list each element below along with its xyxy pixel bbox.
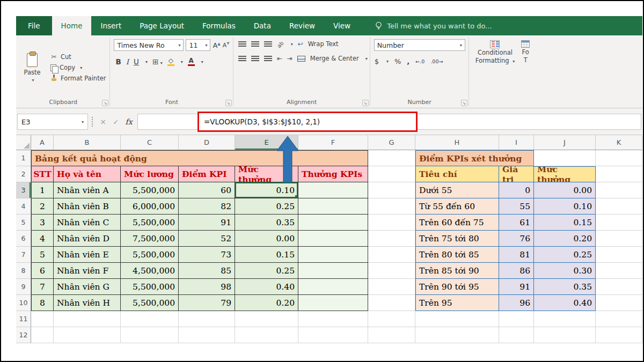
cell-C8[interactable]: 4,500,000 — [121, 263, 179, 279]
cell-G1[interactable] — [368, 150, 415, 166]
cell-K1[interactable] — [596, 150, 642, 166]
cell-K12[interactable] — [596, 327, 642, 343]
cell-I7[interactable]: 81 — [499, 247, 534, 263]
cell-E11[interactable] — [235, 311, 298, 327]
cell-I5[interactable]: 61 — [499, 215, 534, 231]
copy-button[interactable]: Copy▾ — [49, 63, 107, 72]
cell-A3[interactable]: 1 — [31, 182, 54, 198]
decrease-decimal-button[interactable]: .00→ — [430, 58, 443, 64]
underline-button[interactable]: U — [134, 57, 139, 66]
cell-E8[interactable]: 0.25 — [235, 263, 298, 279]
cell-G10[interactable] — [368, 295, 415, 311]
cell-A1-merged-title[interactable]: Bảng kết quả hoạt động — [31, 150, 368, 166]
cell-K8[interactable] — [596, 263, 642, 279]
row-header-2[interactable]: 2 — [16, 166, 31, 182]
cell-H10[interactable]: Trên 95 — [415, 295, 499, 311]
cell-C4[interactable]: 6,000,000 — [121, 198, 179, 215]
cell-G3[interactable] — [368, 182, 415, 198]
cell-B10[interactable]: Nhân viên H — [54, 295, 121, 311]
cell-F11[interactable] — [298, 311, 368, 327]
comma-style-button[interactable]: , — [407, 57, 409, 65]
cell-H4[interactable]: Từ 55 đến 60 — [415, 198, 499, 215]
cell-E9[interactable]: 0.40 — [235, 279, 298, 295]
cell-D12[interactable] — [179, 327, 235, 343]
font-size-combo[interactable]: 11▾ — [186, 39, 210, 51]
cell-H6[interactable]: Trên 75 tới 80 — [415, 231, 499, 247]
font-name-combo[interactable]: Times New Ro▾ — [114, 39, 184, 51]
cell-G5[interactable] — [368, 215, 415, 231]
align-center-button[interactable] — [251, 56, 259, 62]
cell-A5[interactable]: 3 — [31, 215, 54, 231]
paste-button[interactable]: Paste ▾ — [19, 37, 46, 98]
col-header-B[interactable]: B — [54, 135, 121, 150]
cell-K7[interactable] — [596, 247, 642, 263]
cell-F12[interactable] — [298, 327, 368, 343]
cell-I10[interactable]: 96 — [499, 295, 534, 311]
cell-E3[interactable]: 0.10 — [235, 182, 298, 198]
col-header-C[interactable]: C — [121, 135, 179, 150]
cell-J1[interactable] — [534, 150, 596, 166]
cell-G6[interactable] — [368, 231, 415, 247]
row-header-4[interactable]: 4 — [16, 198, 31, 215]
cell-D8[interactable]: 85 — [179, 263, 235, 279]
cell-A2[interactable]: STT — [31, 166, 54, 182]
cell-B7[interactable]: Nhân viên E — [54, 247, 121, 263]
row-header-3[interactable]: 3 — [16, 182, 31, 198]
cell-D4[interactable]: 82 — [179, 198, 235, 215]
cell-B11[interactable] — [54, 311, 121, 327]
cell-H3[interactable]: Dưới 55 — [415, 182, 499, 198]
cell-E7[interactable]: 0.15 — [235, 247, 298, 263]
cell-K5[interactable] — [596, 215, 642, 231]
cell-A11[interactable] — [31, 311, 54, 327]
row-header-11[interactable]: 11 — [16, 311, 31, 327]
cell-C3[interactable]: 5,500,000 — [121, 182, 179, 198]
tab-formulas[interactable]: Formulas — [193, 16, 245, 35]
cell-H2[interactable]: Tiêu chí — [415, 166, 499, 182]
col-header-H[interactable]: H — [415, 135, 499, 150]
wrap-text-button[interactable]: Wrap Text — [308, 40, 339, 48]
cell-E4[interactable]: 0.25 — [235, 198, 298, 215]
align-bottom-button[interactable] — [264, 41, 272, 47]
tab-home[interactable]: Home — [52, 16, 92, 35]
cell-C2[interactable]: Mức lương — [121, 166, 179, 182]
row-header-1[interactable]: 1 — [16, 150, 31, 166]
cell-H9[interactable]: Trên 90 tới 95 — [415, 279, 499, 295]
cell-B4[interactable]: Nhân viên B — [54, 198, 121, 215]
align-middle-button[interactable] — [251, 41, 259, 47]
tab-view[interactable]: View — [324, 16, 360, 35]
cell-H1-merged-title[interactable]: Điểm KPIs xét thưởng — [415, 150, 534, 166]
tell-me-box[interactable]: Tell me what you want to do... — [375, 16, 492, 35]
clipboard-dialog-launcher[interactable]: ↘ — [102, 100, 108, 106]
cell-B6[interactable]: Nhân viên D — [54, 231, 121, 247]
cell-J7[interactable]: 0.25 — [534, 247, 596, 263]
cell-F7[interactable] — [298, 247, 368, 263]
cell-B3[interactable]: Nhân viên A — [54, 182, 121, 198]
cell-H12[interactable] — [415, 327, 499, 343]
number-dialog-launcher[interactable]: ↘ — [461, 100, 467, 106]
col-header-K[interactable]: K — [596, 135, 642, 150]
orientation-button[interactable]: ab — [276, 39, 286, 49]
increase-indent-button[interactable]: ⇥ — [287, 55, 292, 62]
cell-C6[interactable]: 7,500,000 — [121, 231, 179, 247]
cut-button[interactable]: ✂Cut — [49, 53, 107, 61]
cell-H8[interactable]: Trên 85 tới 90 — [415, 263, 499, 279]
align-top-button[interactable] — [238, 41, 246, 47]
cell-D11[interactable] — [179, 311, 235, 327]
format-as-table-button-clipped[interactable]: Fo T — [518, 37, 532, 98]
align-right-button[interactable] — [264, 56, 272, 62]
fill-color-button[interactable]: ◇ — [167, 58, 174, 66]
cell-E10[interactable]: 0.20 — [235, 295, 298, 311]
shrink-font-button[interactable]: A▼ — [223, 41, 230, 49]
cell-D10[interactable]: 79 — [179, 295, 235, 311]
cell-A6[interactable]: 4 — [31, 231, 54, 247]
cell-I12[interactable] — [499, 327, 534, 343]
merge-center-button[interactable]: Merge & Center — [310, 55, 359, 62]
tab-insert[interactable]: Insert — [91, 16, 130, 35]
cell-G2[interactable] — [368, 166, 415, 182]
accounting-format-button[interactable]: $ — [375, 57, 379, 65]
cell-C5[interactable]: 5,500,000 — [121, 215, 179, 231]
tab-page-layout[interactable]: Page Layout — [130, 16, 193, 35]
col-header-G[interactable]: G — [368, 135, 415, 150]
row-header-12[interactable]: 12 — [16, 327, 31, 343]
align-left-button[interactable] — [238, 56, 246, 62]
